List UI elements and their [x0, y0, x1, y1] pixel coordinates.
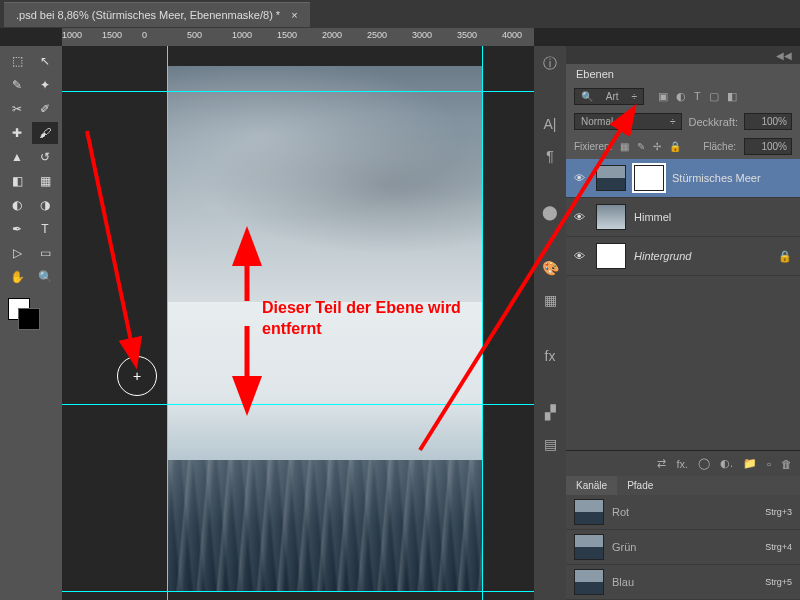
arrow-to-mask-icon [420, 124, 624, 450]
adjustment-icon[interactable]: ◐. [720, 457, 733, 470]
channel-shortcut: Strg+5 [765, 577, 792, 587]
close-icon[interactable]: × [291, 9, 297, 21]
zoom-tool[interactable]: 🔍 [32, 266, 58, 288]
lock-all-icon[interactable]: 🔒 [669, 141, 681, 152]
background-swatch[interactable] [18, 308, 40, 330]
channel-name: Rot [612, 506, 629, 518]
shape-tool[interactable]: ▭ [32, 242, 58, 264]
channel-shortcut: Strg+4 [765, 542, 792, 552]
stamp-tool[interactable]: ▲ [4, 146, 30, 168]
channel-row[interactable]: Rot Strg+3 [566, 495, 800, 530]
eraser-tool[interactable]: ◧ [4, 170, 30, 192]
channel-thumbnail [574, 534, 604, 560]
marquee-tool[interactable]: ↖ [32, 50, 58, 72]
filter-shape-icon[interactable]: ▢ [709, 90, 719, 103]
filter-smart-icon[interactable]: ◧ [727, 90, 737, 103]
crop-tool[interactable]: ✂ [4, 98, 30, 120]
add-mask-icon[interactable]: ◯ [698, 457, 710, 470]
color-swatches[interactable] [4, 298, 58, 338]
link-layers-icon[interactable]: ⇄ [657, 457, 666, 470]
channel-name: Blau [612, 576, 634, 588]
document-tab-title: .psd bei 8,86% (Stürmisches Meer, Ebenen… [16, 9, 280, 21]
lock-icon[interactable]: 🔒 [778, 250, 792, 263]
opacity-input[interactable]: 100% [744, 113, 792, 130]
toolbox: ⬚ ↖ ✎ ✦ ✂ ✐ ✚ 🖌 ▲ ↺ ◧ ▦ ◐ ◑ ✒ T ▷ ▭ ✋ 🔍 [0, 46, 62, 600]
document-tab[interactable]: .psd bei 8,86% (Stürmisches Meer, Ebenen… [4, 2, 310, 27]
hand-tool[interactable]: ✋ [4, 266, 30, 288]
brush-tool[interactable]: 🖌 [32, 122, 58, 144]
layer-name[interactable]: Stürmisches Meer [672, 172, 761, 184]
gradient-tool[interactable]: ▦ [32, 170, 58, 192]
filter-pixel-icon[interactable]: ▣ [658, 90, 668, 103]
group-icon[interactable]: 📁 [743, 457, 757, 470]
fill-input[interactable]: 100% [744, 138, 792, 155]
heal-tool[interactable]: ✚ [4, 122, 30, 144]
info-icon[interactable]: ⓘ [538, 52, 562, 76]
lock-position-icon[interactable]: ✢ [653, 141, 661, 152]
delete-icon[interactable]: 🗑 [781, 458, 792, 470]
eyedropper-tool[interactable]: ✐ [32, 98, 58, 120]
document-tab-bar: .psd bei 8,86% (Stürmisches Meer, Ebenen… [0, 0, 800, 28]
collapse-icon[interactable]: ◀◀ [776, 50, 792, 61]
wand-tool[interactable]: ✦ [32, 74, 58, 96]
layer-name[interactable]: Hintergrund [634, 250, 691, 262]
move-tool[interactable]: ⬚ [4, 50, 30, 72]
fx-icon[interactable]: fx. [676, 458, 688, 470]
dodge-tool[interactable]: ◑ [32, 194, 58, 216]
ruler-horizontal[interactable]: 1000 1500 0 500 1000 1500 2000 2500 3000… [62, 28, 534, 46]
panel-topbar: ◀◀ [566, 46, 800, 64]
blur-tool[interactable]: ◐ [4, 194, 30, 216]
filter-type-icon[interactable]: T [694, 90, 701, 103]
history-brush-tool[interactable]: ↺ [32, 146, 58, 168]
filter-adjust-icon[interactable]: ◐ [676, 90, 686, 103]
new-layer-icon[interactable]: ▫ [767, 458, 771, 470]
fill-label: Fläche: [703, 141, 736, 152]
arrow-annotation-icon [87, 131, 132, 346]
pen-tool[interactable]: ✒ [4, 218, 30, 240]
path-select-tool[interactable]: ▷ [4, 242, 30, 264]
channel-row[interactable]: Grün Strg+4 [566, 530, 800, 565]
channel-thumbnail [574, 499, 604, 525]
lasso-tool[interactable]: ✎ [4, 74, 30, 96]
channel-thumbnail [574, 569, 604, 595]
type-tool[interactable]: T [32, 218, 58, 240]
channel-row[interactable]: Blau Strg+5 [566, 565, 800, 600]
opacity-label: Deckkraft: [688, 116, 738, 128]
channel-name: Grün [612, 541, 636, 553]
channel-shortcut: Strg+3 [765, 507, 792, 517]
channels-list: Rot Strg+3 Grün Strg+4 Blau Strg+5 [566, 495, 800, 600]
